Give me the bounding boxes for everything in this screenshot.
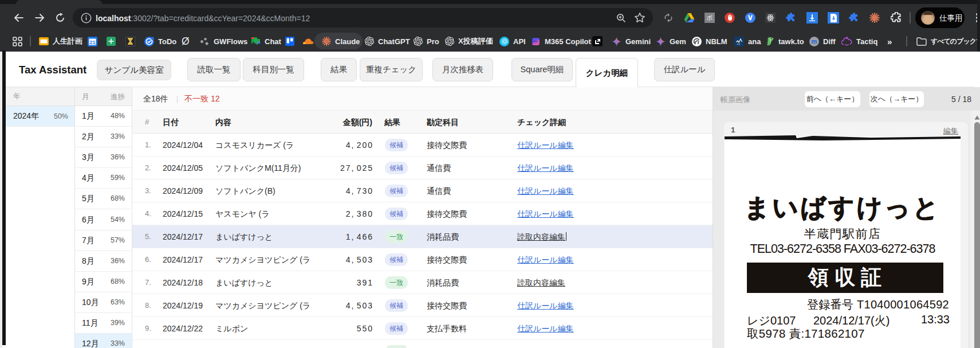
svg-text:21: 21 [89, 39, 95, 45]
